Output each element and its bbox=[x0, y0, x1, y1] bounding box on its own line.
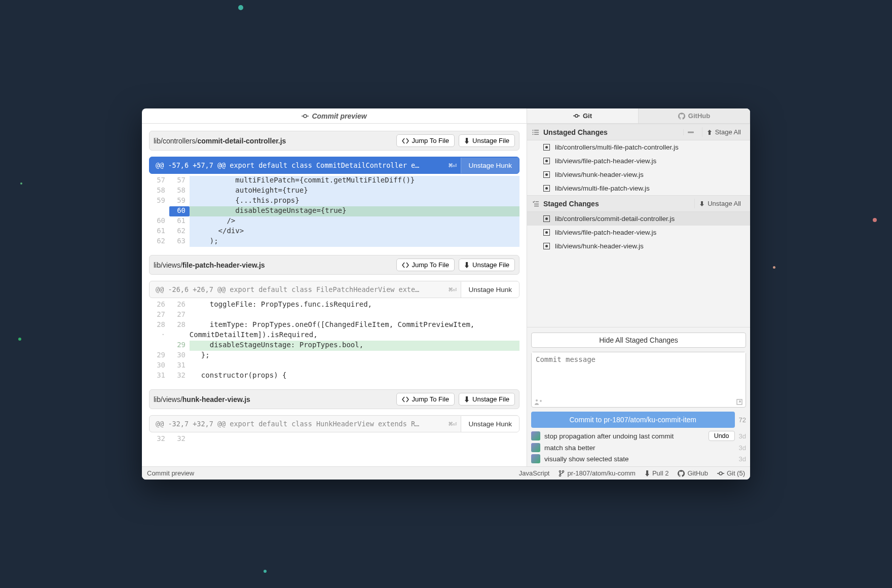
code: itemType: PropTypes.oneOf([ChangedFileIt… bbox=[190, 320, 519, 330]
diff-line[interactable]: 3031 bbox=[149, 361, 519, 371]
svg-point-10 bbox=[533, 132, 534, 133]
unstage-all-button[interactable]: Unstage All bbox=[694, 199, 745, 208]
recent-commit[interactable]: match sha better3d bbox=[531, 443, 746, 452]
diff-line[interactable]: 2828 itemType: PropTypes.oneOf([ChangedF… bbox=[149, 320, 519, 330]
status-bar: Commit preview JavaScript pr-1807/atom/k… bbox=[142, 466, 750, 480]
avatar bbox=[531, 443, 540, 452]
status-left: Commit preview bbox=[147, 469, 194, 477]
diff-line[interactable]: CommitDetailItem]).isRequired, bbox=[149, 330, 519, 341]
diff-scroll[interactable]: lib/controllers/commit-detail-controller… bbox=[142, 124, 527, 466]
hide-staged-button[interactable]: Hide All Staged Changes bbox=[531, 333, 746, 348]
status-pull[interactable]: Pull 2 bbox=[645, 469, 669, 477]
new-line-number: 63 bbox=[169, 237, 190, 247]
unstaged-title: Unstaged Changes bbox=[543, 128, 679, 136]
diff-pane: Commit preview lib/controllers/commit-de… bbox=[142, 108, 527, 466]
file-item[interactable]: lib/controllers/commit-detail-controller… bbox=[527, 212, 750, 226]
diff-lines: 5757 multiFilePatch={commit.getMultiFile… bbox=[149, 176, 519, 247]
hunk-header[interactable]: @@ -57,6 +57,7 @@ export default class C… bbox=[149, 157, 519, 174]
collapse-button[interactable] bbox=[683, 129, 698, 135]
diff-line[interactable]: 29 disableStageUnstage: PropTypes.bool, bbox=[149, 341, 519, 351]
svg-point-18 bbox=[560, 470, 561, 472]
status-github[interactable]: GitHub bbox=[678, 469, 708, 477]
stage-all-button[interactable]: Stage All bbox=[702, 127, 745, 137]
editor-window: Commit preview lib/controllers/commit-de… bbox=[142, 108, 750, 480]
unstage-hunk-button[interactable]: Unstage Hunk bbox=[461, 282, 519, 298]
tab-git[interactable]: Git bbox=[527, 108, 639, 123]
file-path: lib/views/hunk-header-view.js bbox=[154, 395, 392, 403]
diff-line[interactable]: 2626 toggleFile: PropTypes.func.isRequir… bbox=[149, 300, 519, 310]
tab-github[interactable]: GitHub bbox=[639, 108, 750, 123]
status-git-label: Git (5) bbox=[727, 469, 745, 477]
diff-line[interactable]: 5959 {...this.props} bbox=[149, 196, 519, 206]
new-line-number: 60 bbox=[169, 206, 190, 216]
commit-message-input[interactable] bbox=[532, 352, 746, 398]
file-item[interactable]: lib/views/file-patch-header-view.js bbox=[527, 226, 750, 239]
diff-line[interactable]: 2727 bbox=[149, 310, 519, 320]
file-item[interactable]: lib/views/multi-file-patch-view.js bbox=[527, 181, 750, 195]
diff-line[interactable]: 5757 multiFilePatch={commit.getMultiFile… bbox=[149, 176, 519, 186]
jump-to-file-button[interactable]: Jump To File bbox=[396, 259, 455, 271]
stage-all-label: Stage All bbox=[715, 128, 741, 136]
code: }; bbox=[190, 351, 519, 361]
diff-line[interactable]: 3132 constructor(props) { bbox=[149, 371, 519, 381]
recent-commit[interactable]: visually show selected state3d bbox=[531, 454, 746, 463]
new-line-number: 26 bbox=[169, 300, 190, 310]
unstage-all-label: Unstage All bbox=[708, 200, 741, 207]
hunk-info: @@ -26,6 +26,7 @@ export default class F… bbox=[150, 281, 444, 298]
new-line-number: 31 bbox=[169, 361, 190, 371]
tab-git-label: Git bbox=[583, 112, 592, 120]
avatar bbox=[531, 454, 540, 463]
diff-line[interactable]: 3232 bbox=[149, 434, 519, 445]
status-pull-label: Pull 2 bbox=[652, 469, 669, 477]
status-branch[interactable]: pr-1807/atom/ku-comm bbox=[559, 469, 635, 477]
old-line-number: 60 bbox=[149, 216, 169, 227]
file-item[interactable]: lib/views/file-patch-header-view.js bbox=[527, 154, 750, 168]
diff-line[interactable]: 2930 }; bbox=[149, 351, 519, 361]
hunk-header[interactable]: @@ -26,6 +26,7 @@ export default class F… bbox=[149, 281, 519, 298]
unstage-hunk-button[interactable]: Unstage Hunk bbox=[461, 416, 519, 432]
code: multiFilePatch={commit.getMultiFileDiff(… bbox=[190, 176, 519, 186]
modified-icon bbox=[543, 185, 550, 192]
expand-icon[interactable] bbox=[736, 399, 742, 405]
code: /> bbox=[190, 216, 519, 227]
file-path: lib/controllers/commit-detail-controller… bbox=[154, 137, 392, 145]
diff-line[interactable]: 6263 ); bbox=[149, 237, 519, 247]
list-icon bbox=[532, 129, 539, 136]
diff-line[interactable]: 6061 /> bbox=[149, 216, 519, 227]
diff-line[interactable]: 5858 autoHeight={true} bbox=[149, 186, 519, 196]
jump-to-file-button[interactable]: Jump To File bbox=[396, 134, 455, 147]
diff-line[interactable]: 6162 </div> bbox=[149, 227, 519, 237]
old-line-number: 29 bbox=[149, 351, 169, 361]
jump-to-file-button[interactable]: Jump To File bbox=[396, 393, 455, 406]
file-item-path: lib/views/hunk-header-view.js bbox=[555, 242, 644, 250]
commit-icon bbox=[573, 113, 580, 119]
status-lang[interactable]: JavaScript bbox=[519, 469, 550, 477]
recent-commit-age: 3d bbox=[739, 432, 746, 440]
status-git[interactable]: Git (5) bbox=[717, 469, 745, 477]
diff-line[interactable]: 60 disableStageUnstage={true} bbox=[149, 206, 519, 216]
code: CommitDetailItem]).isRequired, bbox=[169, 330, 519, 341]
commit-message-box bbox=[531, 352, 746, 408]
file-item[interactable]: lib/controllers/multi-file-patch-control… bbox=[527, 140, 750, 154]
unstaged-header: Unstaged Changes Stage All bbox=[527, 124, 750, 140]
code: {...this.props} bbox=[190, 196, 519, 206]
commit-panel: Hide All Staged Changes Commit to pr-180… bbox=[527, 327, 750, 430]
unstage-hunk-button[interactable]: Unstage Hunk bbox=[461, 158, 519, 173]
old-line-number: 32 bbox=[149, 434, 169, 445]
recent-commit[interactable]: stop propagation after undoing last comm… bbox=[531, 431, 746, 441]
file-header: lib/views/file-patch-header-view.jsJump … bbox=[149, 255, 519, 275]
commit-button[interactable]: Commit to pr-1807/atom/ku-commit-item bbox=[531, 412, 735, 428]
unstage-file-button[interactable]: Unstage File bbox=[459, 259, 515, 271]
undo-button[interactable]: Undo bbox=[709, 431, 735, 441]
new-line-number: 28 bbox=[169, 320, 190, 330]
file-item-path: lib/views/file-patch-header-view.js bbox=[555, 229, 656, 236]
hunk-header[interactable]: @@ -32,7 +32,7 @@ export default class H… bbox=[149, 415, 519, 432]
unstage-file-button[interactable]: Unstage File bbox=[459, 393, 515, 406]
file-item[interactable]: lib/views/hunk-header-view.js bbox=[527, 168, 750, 181]
file-item[interactable]: lib/views/hunk-header-view.js bbox=[527, 239, 750, 253]
unstage-file-button[interactable]: Unstage File bbox=[459, 134, 515, 147]
status-github-label: GitHub bbox=[687, 469, 708, 477]
coauthor-icon[interactable] bbox=[535, 399, 542, 405]
svg-rect-12 bbox=[688, 131, 694, 133]
svg-point-0 bbox=[304, 115, 307, 118]
